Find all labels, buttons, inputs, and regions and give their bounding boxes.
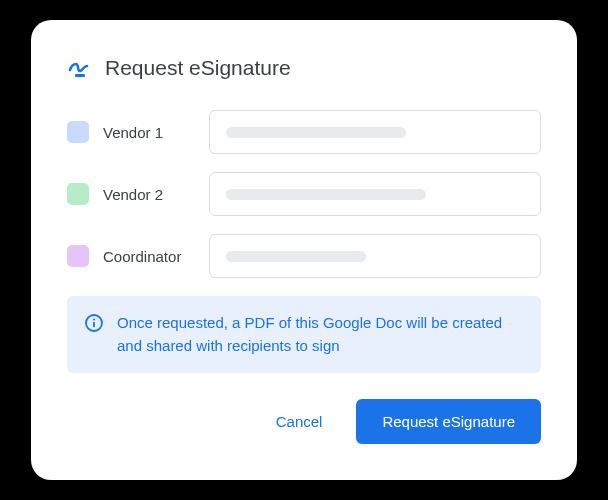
info-text: Once requested, a PDF of this Google Doc…	[117, 312, 523, 357]
color-swatch-purple	[67, 245, 89, 267]
signer-label: Vendor 1	[103, 124, 195, 141]
signer-label: Coordinator	[103, 248, 195, 265]
svg-rect-0	[75, 74, 85, 77]
color-swatch-blue	[67, 121, 89, 143]
signer-input-coordinator[interactable]	[209, 234, 541, 278]
signer-input-vendor-1[interactable]	[209, 110, 541, 154]
dialog-title: Request eSignature	[105, 56, 291, 80]
svg-point-2	[93, 319, 95, 321]
placeholder-bar	[226, 251, 366, 262]
color-swatch-green	[67, 183, 89, 205]
esignature-dialog: Request eSignature Vendor 1 Vendor 2 Coo…	[31, 20, 577, 480]
signer-row-coordinator: Coordinator	[67, 234, 541, 278]
signer-input-vendor-2[interactable]	[209, 172, 541, 216]
request-esignature-button[interactable]: Request eSignature	[356, 399, 541, 444]
info-icon	[85, 314, 103, 332]
signature-icon	[67, 56, 91, 80]
signer-row-vendor-1: Vendor 1	[67, 110, 541, 154]
cancel-button[interactable]: Cancel	[268, 403, 331, 440]
signer-row-vendor-2: Vendor 2	[67, 172, 541, 216]
info-banner: Once requested, a PDF of this Google Doc…	[67, 296, 541, 373]
svg-rect-3	[93, 322, 95, 328]
placeholder-bar	[226, 127, 406, 138]
placeholder-bar	[226, 189, 426, 200]
dialog-actions: Cancel Request eSignature	[67, 399, 541, 444]
signer-label: Vendor 2	[103, 186, 195, 203]
dialog-header: Request eSignature	[67, 56, 541, 80]
